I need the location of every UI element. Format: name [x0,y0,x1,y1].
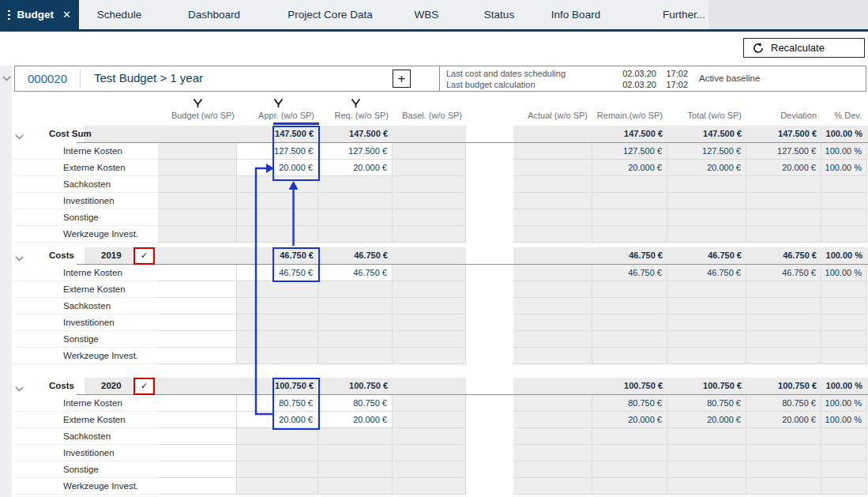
group-expander-chevron-icon-cost-sum[interactable] [15,131,24,137]
cell-appr-externe-kosten-costs-2020[interactable]: 20.000 € [237,412,318,428]
tab-status[interactable]: Status [484,0,514,29]
cell-basel-externe-kosten-costs-2020 [393,412,466,428]
cell-req-interne-kosten-costs-2019[interactable]: 46.750 € [318,265,393,281]
cell-actual-investitionen-cost-sum [513,193,592,209]
add-button[interactable]: + [393,70,411,88]
cell-basel-sonstige-costs-2020 [393,461,466,478]
cell-total-sachkosten-cost-sum [667,176,746,193]
close-tab-icon[interactable]: ✕ [62,9,71,21]
tab-further[interactable]: Further... [663,0,705,29]
column-header-appr[interactable]: Appr. (w/o SP) [239,111,319,122]
cell-remain-interne-kosten-costs-2019: 46.750 € [592,265,667,281]
column-header-req[interactable]: Req. (w/o SP) [318,111,393,122]
cell-actual-werkzeuge-invest--cost-sum [513,226,592,243]
cell-appr-interne-kosten-costs-2019[interactable]: 46.750 € [237,265,318,281]
cell-appr-interne-kosten-cost-sum[interactable]: 127.500 € [237,143,318,160]
tab-dashboard[interactable]: Dashboard [188,0,240,29]
column-header-deviation[interactable]: Deviation [746,111,821,122]
filter-icon-budget[interactable] [193,98,203,111]
group-expander-chevron-icon-costs-2019[interactable] [15,253,24,259]
cell-remain-investitionen-costs-2020 [592,445,667,461]
menu-icon[interactable] [8,8,10,22]
column-header-budget[interactable]: Budget (w/o SP) [158,111,239,122]
cell-req-externe-kosten-cost-sum[interactable]: 20.000 € [318,160,393,176]
cell-actual-externe-kosten-cost-sum [513,160,592,176]
tab-project-core-data[interactable]: Project Core Data [287,0,372,29]
cell-appr-sachkosten-costs-2019 [237,298,318,314]
cell-budget-investitionen-costs-2019[interactable] [158,314,237,331]
cell-budget-sonstige-costs-2019[interactable] [158,331,237,348]
recalculate-button[interactable]: Recalculate [743,38,865,58]
cell-actual-interne-kosten-costs-2020 [513,395,592,412]
cell-req-sachkosten-costs-2020 [318,428,393,445]
cell-budget-interne-kosten-costs-2020[interactable] [158,395,237,412]
cell-pdev-werkzeuge-invest--costs-2020 [821,478,867,495]
tab-wbs[interactable]: WBS [415,0,439,29]
cell-basel-interne-kosten-costs-2020 [393,395,466,412]
filter-icon-appr[interactable] [273,98,284,111]
group-total-req-costs-2020: 100.750 € [318,378,393,394]
tab-schedule[interactable]: Schedule [97,0,141,29]
cell-budget-externe-kosten-costs-2019[interactable] [158,281,237,298]
filter-icon-req[interactable] [351,98,361,111]
cell-req-externe-kosten-costs-2020[interactable]: 20.000 € [318,412,393,428]
group-checkbox-costs-2020[interactable]: ✓ [136,379,152,393]
tab-info-board[interactable]: Info Board [551,0,600,29]
cell-budget-sachkosten-costs-2019[interactable] [158,298,237,314]
cell-budget-sonstige-costs-2020[interactable] [158,461,237,478]
cell-req-interne-kosten-costs-2020[interactable]: 80.750 € [318,395,393,412]
cell-budget-investitionen-costs-2020[interactable] [158,445,237,461]
group-expander-chevron-icon-costs-2020[interactable] [15,383,24,390]
cell-basel-interne-kosten-costs-2019 [393,265,466,281]
cell-appr-externe-kosten-cost-sum[interactable]: 20.000 € [237,160,318,176]
cell-budget-werkzeuge-invest--costs-2020[interactable] [158,478,237,495]
cell-budget-investitionen-cost-sum [158,193,237,209]
group-total-req-cost-sum: 147.500 € [318,126,393,142]
cell-budget-sachkosten-costs-2020[interactable] [158,428,237,445]
cell-total-werkzeuge-invest--costs-2020 [667,478,746,495]
divider [80,70,81,88]
cell-req-interne-kosten-cost-sum[interactable]: 127.500 € [318,143,393,160]
last-scheduling-time: 17:02 [663,69,688,78]
cell-pdev-sonstige-cost-sum [821,209,867,226]
group-checkbox-costs-2019[interactable]: ✓ [136,249,152,262]
project-header-panel: 000020 Test Budget > 1 year + Last cost … [14,66,866,92]
cell-pdev-investitionen-costs-2019 [821,314,867,331]
cell-pdev-investitionen-cost-sum [821,193,867,209]
row-label-werkzeuge-invest--cost-sum: Werkzeuge Invest. [14,226,158,243]
cell-deviation-werkzeuge-invest--cost-sum [746,226,821,243]
cell-total-externe-kosten-costs-2019 [667,281,746,298]
cell-total-investitionen-costs-2019 [667,314,746,331]
cell-total-externe-kosten-costs-2020: 20.000 € [667,412,746,428]
cell-pdev-werkzeuge-invest--cost-sum [821,226,867,243]
column-header-pdev[interactable]: % Dev. [821,111,866,122]
column-header-actual[interactable]: Actual (w/o SP) [513,111,592,122]
cell-basel-externe-kosten-cost-sum [393,160,466,176]
cell-deviation-investitionen-costs-2019 [746,314,821,331]
cell-deviation-sonstige-costs-2019 [746,331,821,348]
cell-appr-interne-kosten-costs-2020[interactable]: 80.750 € [237,395,318,412]
cell-appr-sachkosten-cost-sum [237,176,318,193]
tab-budget-active[interactable]: Budget ✕ [0,0,79,29]
column-header-basel[interactable]: Basel. (w/o SP) [393,111,467,122]
toolbar [0,32,868,63]
recalculate-label: Recalculate [771,42,825,54]
cell-actual-interne-kosten-cost-sum [513,143,592,160]
cell-remain-werkzeuge-invest--cost-sum [592,226,667,243]
cell-req-werkzeuge-invest--cost-sum [318,226,393,243]
cell-remain-sonstige-costs-2020 [592,461,667,478]
cell-pdev-externe-kosten-costs-2020: 100.00 % [821,412,867,428]
cell-budget-externe-kosten-costs-2020[interactable] [158,412,237,428]
cell-budget-interne-kosten-costs-2019[interactable] [158,265,237,281]
cell-actual-interne-kosten-costs-2019 [513,265,592,281]
cell-basel-sachkosten-costs-2019 [393,298,466,314]
column-header-total[interactable]: Total (w/o SP) [667,111,746,122]
cell-deviation-externe-kosten-costs-2020: 20.000 € [746,412,821,428]
cell-remain-sonstige-costs-2019 [592,331,667,348]
cell-budget-werkzeuge-invest--costs-2019[interactable] [158,348,237,364]
cell-pdev-interne-kosten-costs-2020: 100.00 % [821,395,867,412]
cell-req-sonstige-cost-sum [318,209,393,226]
cell-deviation-investitionen-costs-2020 [746,445,821,461]
column-header-remain[interactable]: Remain.(w/o SP) [592,111,667,122]
project-expander-chevron-icon[interactable] [2,73,11,84]
